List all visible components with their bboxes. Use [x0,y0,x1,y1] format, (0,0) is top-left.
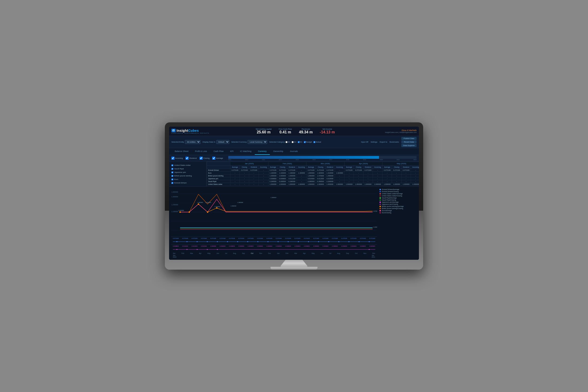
logo-area: iD InsightCubes Corporate Performance In… [171,129,209,134]
year-labels: Jan2020 Jan2021 [171,254,377,258]
sidebar-item-aed[interactable]: Emirati Dirham [171,181,204,184]
tab-ownership[interactable]: Ownership [270,148,286,155]
cat-budget[interactable]: Budget [304,141,312,143]
cat-e2-checkbox[interactable] [292,141,294,143]
may-avg: Average [383,166,392,169]
gbp-label: British pound sterling [174,175,192,177]
gbp-checkbox[interactable] [171,175,173,177]
closing-checkbox[interactable] [200,157,203,160]
aed-checkbox[interactable] [171,182,173,184]
cat-budget-checkbox[interactable] [304,141,306,143]
eur-label: Euro [174,178,178,180]
svg-text:1.460000: 1.460000 [171,191,178,193]
display-control: Display Data In Default [202,140,229,144]
usd-checkbox[interactable] [171,164,173,166]
header: iD InsightCubes Corporate Performance In… [169,126,419,136]
right-controls: Input Off Settings Export to Bookmarks P… [361,137,417,147]
currency-select[interactable]: Local Currency [247,140,267,144]
data-explorer-button[interactable]: Data Explorer [401,144,417,147]
svg-point-48 [207,249,208,250]
jpy-checkbox[interactable] [171,172,173,173]
cat-e1[interactable]: E1 [298,141,302,143]
timeline-labels: 2011 2012 2013 2014 2015 2016 2017 2018 … [228,159,417,160]
display-select[interactable]: Default [216,140,229,144]
mar-inc: Incoming [335,166,344,169]
svg-point-35 [288,241,289,242]
svg-text:1.165000: 1.165000 [373,226,377,228]
logo-sub: Corporate Performance Insights [171,132,209,134]
bookmarks-link[interactable]: Bookmarks [390,141,399,143]
sidebar-item-usd[interactable]: United States dollar [171,164,204,167]
tab-kpi[interactable]: KPI [227,148,237,155]
filter-dividend[interactable]: Dividend [185,157,197,160]
filter-incoming[interactable]: Incoming [171,157,183,160]
cat-e1-checkbox[interactable] [298,141,300,143]
cat-e3[interactable]: E3 [286,141,290,143]
action-buttons: Publish Data Revert Data Data Explorer [401,137,417,147]
tab-currency[interactable]: Currency [255,148,270,155]
tab-balance-sheet[interactable]: Balance Sheet [171,148,192,155]
mar-header: Mar (2020) [306,162,345,166]
data-table-scroll[interactable]: Jan (2020) Feb (2020) Mar (2020) Apr (20… [207,162,419,186]
tab-cash-flow[interactable]: Cash Flow [210,148,227,155]
svg-point-33 [267,241,268,242]
sar-checkbox[interactable] [171,168,173,170]
svg-point-37 [308,241,309,242]
currency-control: Selected Currency Local Currency [231,140,267,144]
category-control: Selected Category E3 E2 E1 Budget Actual [269,141,321,143]
table-row: Saudi Riyal ---- 0.2665000.2665000.26650… [207,180,419,183]
incoming-checkbox[interactable] [171,157,174,160]
timeline-bar[interactable] [228,156,417,159]
user-email: InsightCubes.com | info@insightcubes.com [381,132,417,133]
svg-point-36 [298,241,299,242]
feb-cls: Closing [278,166,287,169]
sidebar-item-jpy[interactable]: Japanese yen [171,170,204,174]
chart-svg-area: 1.460000 1.300000 1.250000 1.160000 [171,188,377,258]
currency-table: Jan (2020) Feb (2020) Mar (2020) Apr (20… [207,162,419,186]
svg-point-9 [179,212,181,213]
average-checkbox[interactable] [212,157,215,160]
svg-point-43 [369,241,370,242]
filter-closing[interactable]: Closing [200,157,210,160]
cat-e2[interactable]: E2 [292,141,296,143]
settings-link[interactable]: Settings [371,141,377,143]
entity-control: Selected Entity All entities [171,140,201,144]
tab-profit-loss[interactable]: Profit & Loss [192,148,210,155]
legend-eur-avg: Euro/Average [380,210,417,212]
svg-text:1.160000: 1.160000 [178,210,184,211]
publish-data-button[interactable]: Publish Data [401,137,417,140]
chart-container: 1.460000 1.300000 1.250000 1.160000 [171,188,417,258]
cat-actual-checkbox[interactable] [313,141,315,143]
chart-legend: Emirati Dirham/Average Emirati Dirham/Cl… [380,188,417,258]
eur-checkbox[interactable] [171,178,173,180]
svg-point-30 [237,241,238,242]
feb-inc: Incoming [297,166,306,169]
aed-label: Emirati Dirham [174,182,187,184]
export-link[interactable]: Export to [380,141,387,143]
gbp-avg-line [180,204,372,212]
sidebar-item-gbp[interactable]: British pound sterling [171,174,204,178]
tab-ic-matching[interactable]: IC Matching [237,148,255,155]
may-cls: Closing [392,166,401,169]
mar-cls: Closing [316,166,325,169]
table-row: Emirati Dirham 0.2721000.2721000.272100-… [207,169,419,172]
svg-point-29 [227,241,228,242]
may-header: May (2020) [383,162,419,166]
sidebar-item-sar[interactable]: Saudi Riyal [171,167,204,170]
cat-e3-checkbox[interactable] [286,141,287,143]
x-axis-labels: JanFebMarAprMayJun JulAugSepOctNovDec Ja… [171,252,377,254]
tab-journals[interactable]: Journals [286,148,301,155]
entity-select[interactable]: All entities [185,140,201,144]
svg-point-12 [207,212,208,213]
cat-actual[interactable]: Actual [313,141,321,143]
dividend-checkbox[interactable] [185,157,189,160]
jpy-label: Japanese yen [174,171,186,173]
input-off-link[interactable]: Input Off [361,141,368,143]
revert-data-button[interactable]: Revert Data [401,140,417,144]
sidebar-item-eur[interactable]: Euro [171,178,204,181]
svg-text:1.300000: 1.300000 [205,202,211,203]
user-area: Dina Al Merhebi InsightCubes.com | info@… [381,129,417,133]
jpy-value-row: 0.0088000.0100000.0100000.0100000.008800… [171,244,377,252]
filter-average[interactable]: Average [212,157,223,160]
svg-point-39 [328,241,329,242]
